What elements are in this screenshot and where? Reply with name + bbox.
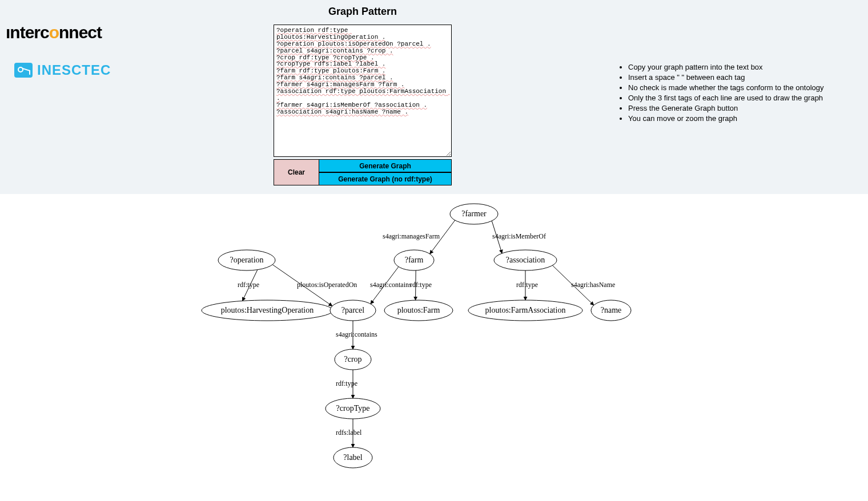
graph-edge-label: rdf:type [336, 379, 357, 387]
logo-text-part: ınterc [6, 23, 49, 42]
logo-text-part: o [49, 23, 59, 42]
graph-edge-label: rdf:type [410, 281, 432, 289]
generate-graph-no-rdftype-button[interactable]: Generate Graph (no rdf:type) [319, 172, 452, 185]
graph-edge-label: rdf:type [516, 281, 538, 289]
instruction-item: Copy your graph pattern into the text bo… [628, 63, 845, 71]
graph-node-label: ?cropType [336, 404, 370, 413]
instruction-item: You can move or zoom the graph [628, 114, 845, 123]
graph-node-label: ?parcel [341, 306, 365, 314]
logos-area: ınterconnect INESCTEC [0, 6, 160, 78]
instructions-list: Copy your graph pattern into the text bo… [617, 63, 845, 123]
interconnect-logo: ınterconnect [6, 23, 148, 42]
input-column: Graph Pattern Clear Generate Graph Gener… [160, 6, 445, 185]
graph-node-label: ?label [343, 453, 363, 462]
instruction-item: Press the Generate Graph button [628, 104, 845, 112]
inesctec-icon [14, 63, 33, 78]
graph-edge-label: rdfs:label [336, 429, 362, 437]
inesctec-logo: INESCTEC [14, 62, 148, 78]
graph-node-label: ?farmer [461, 209, 487, 218]
instructions-panel: Copy your graph pattern into the text bo… [445, 6, 868, 124]
logo-text-part: nnect [59, 23, 102, 42]
page-title: Graph Pattern [328, 6, 397, 18]
inesctec-text: INESCTEC [37, 62, 111, 78]
graph-edge-label: ploutos:isOperatedOn [297, 281, 357, 289]
graph-edge-label: s4agri:hasName [571, 281, 615, 289]
graph-edge-label: s4agri:managesFarm [383, 232, 440, 240]
graph-pattern-input[interactable] [274, 25, 452, 157]
graph-node-label: ?name [601, 306, 622, 314]
graph-node-label: ?association [506, 256, 545, 264]
instruction-item: Only the 3 first tags of each line are u… [628, 94, 845, 102]
graph-node-label: ploutos:FarmAssociation [485, 306, 566, 314]
graph-node-label: ?operation [230, 256, 263, 264]
graph-node-label: ?farm [405, 256, 424, 264]
clear-button[interactable]: Clear [274, 159, 319, 185]
graph-node-label: ploutos:Farm [397, 306, 440, 314]
graph-canvas[interactable]: s4agri:managesFarms4agri:isMemberOfrdf:t… [0, 194, 868, 501]
instruction-item: No check is made whether the tags confor… [628, 83, 845, 92]
graph-edge-label: s4agri:contains [336, 330, 377, 338]
graph-node-label: ?crop [344, 355, 361, 363]
generate-graph-button[interactable]: Generate Graph [319, 159, 452, 172]
instruction-item: Insert a space " " between each tag [628, 73, 845, 82]
graph-edge-label: s4agri:contains [370, 281, 412, 289]
pattern-box: Clear Generate Graph Generate Graph (no … [274, 25, 452, 185]
graph-edge-label: rdf:type [238, 281, 259, 289]
controls-panel: ınterconnect INESCTEC Graph Pattern Clea… [0, 0, 868, 194]
graph-node-label: ploutos:HarvestingOperation [221, 306, 314, 314]
graph-edge-label: s4agri:isMemberOf [492, 232, 546, 240]
